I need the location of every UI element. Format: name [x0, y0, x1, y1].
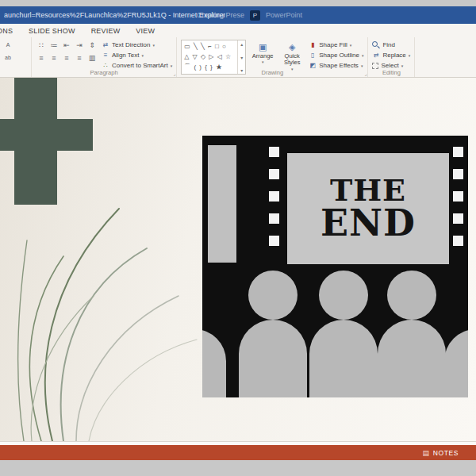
align-text-icon: ≡	[102, 52, 109, 60]
find-button[interactable]: Find	[372, 40, 410, 49]
chevron-down-icon: ▾	[409, 53, 411, 58]
slide-canvas[interactable]: THE END	[0, 78, 476, 441]
chevron-down-icon: ▾	[361, 63, 363, 68]
audience-silhouette-head	[319, 271, 368, 320]
film-perforation	[453, 213, 463, 224]
shape-outline-icon: ▯	[309, 52, 317, 60]
shapes-row-2[interactable]: △ ▽ ◇ ▷ ◁ ☆	[184, 54, 235, 60]
film-perforation	[453, 191, 463, 202]
ribbon-tab-row: ONS SLIDE SHOW REVIEW VIEW	[0, 24, 476, 37]
align-text-button[interactable]: ≡ Align Text ▾	[102, 51, 172, 60]
shrink-font-icon[interactable]: A	[2, 40, 13, 50]
bullet-list-icon[interactable]: ∷	[36, 40, 47, 50]
shapes-row-1[interactable]: ▭ ╲ ╲ ⌐ □ ○	[184, 44, 235, 50]
smartart-icon: ∴	[102, 62, 109, 70]
editing-group: Find ⇄ Replace ▾ Select ▾ Editing	[368, 37, 415, 77]
chevron-down-icon: ▾	[362, 53, 364, 58]
quick-styles-icon: ◈	[286, 41, 298, 52]
text-direction-icon: ⇄	[102, 41, 109, 49]
the-end-clipart[interactable]: THE END	[202, 136, 468, 397]
filmstrip-right	[453, 147, 463, 246]
font-group-partial: A A A ab	[0, 37, 32, 77]
dialog-launcher-icon[interactable]: ⌟	[173, 71, 175, 76]
character-spacing-icon[interactable]: ab	[2, 52, 13, 63]
film-perforation	[453, 147, 463, 157]
chevron-down-icon: ▾	[152, 43, 155, 48]
justify-icon[interactable]: ≡	[74, 52, 85, 63]
ribbon: A A A ab ∷ ≔ ⇤ ⇥ ⇕ ≡ ≡ ≡ ≡ ▥	[0, 37, 476, 78]
cross-shape-horizontal	[0, 119, 93, 151]
quick-styles-label: Quick Styles	[279, 53, 305, 67]
film-perforation	[269, 236, 279, 246]
clipart-side-bar	[208, 145, 236, 263]
tab-view[interactable]: VIEW	[128, 25, 163, 37]
film-perforation	[269, 191, 279, 202]
paragraph-group-label: Paragraph	[32, 69, 176, 76]
audience-silhouette-body	[202, 329, 226, 397]
titlebar: aunchurl=Resources%2FLaunchlca%2FRU5JLk1…	[0, 6, 476, 24]
audience-silhouette-body	[239, 320, 307, 397]
replace-icon: ⇄	[372, 52, 380, 60]
tab-review[interactable]: REVIEW	[83, 25, 129, 37]
notes-label: NOTES	[433, 449, 459, 457]
film-perforation	[453, 236, 463, 246]
align-right-icon[interactable]: ≡	[61, 52, 72, 63]
find-label: Find	[382, 41, 395, 48]
replace-label: Replace	[382, 52, 405, 59]
select-label: Select	[381, 62, 398, 69]
the-end-line2: END	[321, 205, 416, 241]
browser-tab-area: Creating Prese P PowerPoint	[197, 6, 302, 24]
chevron-down-icon: ▾	[401, 63, 404, 68]
arrange-button[interactable]: ▣ Arrange ▾	[250, 40, 275, 65]
replace-button[interactable]: ⇄ Replace ▾	[372, 51, 410, 60]
notes-icon: ▤	[423, 449, 430, 457]
indent-decrease-icon[interactable]: ⇤	[61, 40, 72, 50]
align-left-icon[interactable]: ≡	[36, 52, 47, 63]
paragraph-group: ∷ ≔ ⇤ ⇥ ⇕ ≡ ≡ ≡ ≡ ▥ ⇄ Text Direction ▾ ≡	[32, 37, 177, 77]
app-name-label: PowerPoint	[266, 11, 302, 19]
browser-tab-label[interactable]: Creating Prese	[197, 11, 244, 19]
drawing-group: ▭ ╲ ╲ ⌐ □ ○ △ ▽ ◇ ▷ ◁ ☆ ⌒ ( ) { } ★ ▴ ▾ …	[177, 37, 368, 77]
shape-effects-label: Shape Effects	[319, 62, 359, 69]
arrange-label: Arrange	[252, 53, 274, 60]
notes-button[interactable]: ▤ NOTES	[423, 449, 459, 457]
align-center-icon[interactable]: ≡	[48, 52, 60, 63]
drawing-group-label: Drawing	[177, 69, 367, 76]
shape-fill-icon: ▮	[309, 41, 317, 49]
audience-silhouette-head	[248, 271, 298, 320]
text-direction-label: Text Direction	[112, 41, 150, 48]
tab-slide-show[interactable]: SLIDE SHOW	[21, 25, 83, 37]
columns-icon[interactable]: ▥	[86, 52, 98, 63]
film-perforation	[269, 169, 279, 179]
gallery-up-icon[interactable]: ▴	[240, 41, 243, 47]
select-icon	[372, 63, 378, 69]
line-spacing-icon[interactable]: ⇕	[86, 40, 98, 50]
audience-silhouette-head	[387, 271, 436, 320]
quick-styles-button[interactable]: ◈ Quick Styles ▾	[279, 40, 305, 71]
font-color-icon[interactable]: A	[0, 52, 1, 63]
chevron-down-icon: ▾	[142, 53, 144, 58]
align-text-label: Align Text	[112, 52, 140, 59]
grow-font-icon[interactable]: A	[0, 40, 1, 50]
audience-silhouette-body	[444, 329, 468, 397]
chevron-down-icon: ▾	[171, 63, 173, 68]
dialog-launcher-icon[interactable]: ⌟	[365, 71, 367, 76]
film-perforation	[453, 169, 463, 179]
film-perforation	[269, 147, 279, 157]
status-bar: ▤ NOTES	[0, 445, 476, 460]
filmstrip-left	[269, 147, 279, 246]
gallery-down-icon[interactable]: ▾	[240, 55, 243, 60]
chevron-down-icon: ▾	[350, 43, 352, 48]
indent-increase-icon[interactable]: ⇥	[74, 40, 85, 50]
window-title: aunchurl=Resources%2FLaunchlca%2FRU5JLk1…	[4, 11, 225, 19]
convert-smartart-label: Convert to SmartArt	[112, 62, 168, 69]
numbered-list-icon[interactable]: ≔	[48, 40, 60, 50]
tab-transitions[interactable]: ONS	[0, 25, 21, 37]
shape-fill-button[interactable]: ▮ Shape Fill ▾	[309, 40, 363, 49]
shape-outline-button[interactable]: ▯ Shape Outline ▾	[309, 51, 363, 60]
shape-fill-label: Shape Fill	[319, 41, 347, 48]
shape-outline-label: Shape Outline	[319, 52, 359, 59]
chevron-down-icon: ▾	[262, 60, 264, 65]
text-direction-button[interactable]: ⇄ Text Direction ▾	[102, 40, 172, 49]
find-icon	[372, 41, 380, 49]
